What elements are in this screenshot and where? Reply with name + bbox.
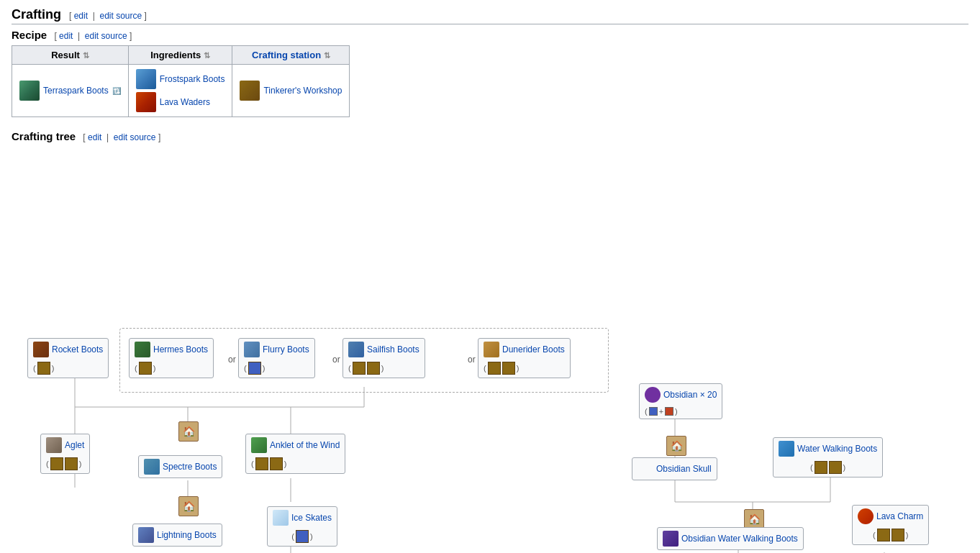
crafting-title: Crafting [ edit | edit source ] bbox=[12, 7, 968, 24]
rocket-boots-link[interactable]: Rocket Boots bbox=[52, 344, 103, 355]
water-walking-icon bbox=[779, 441, 794, 457]
aglet-link[interactable]: Aglet bbox=[65, 440, 84, 450]
anklet-node[interactable]: Anklet of the Wind ( ) bbox=[245, 434, 345, 474]
ice-skates-icon bbox=[273, 510, 289, 526]
obww-station: 🏠 bbox=[744, 509, 764, 529]
sailfish-stn2-icon bbox=[367, 362, 380, 375]
flurry-icon bbox=[244, 342, 260, 357]
sailfish-icon bbox=[348, 342, 364, 357]
rocket-icon bbox=[33, 342, 49, 357]
lightning-icon bbox=[138, 527, 154, 543]
flurry-stn-icon bbox=[248, 362, 261, 375]
anklet-icon bbox=[251, 437, 267, 453]
crafting-edit-link[interactable]: edit bbox=[74, 11, 88, 21]
recipe-edit-link[interactable]: edit bbox=[59, 31, 73, 41]
station-cell: Tinkerer's Workshop bbox=[232, 65, 350, 117]
tree-container: Rocket Boots () Hermes Boots () or Flurr… bbox=[12, 150, 968, 553]
frostspark-ingredient-icon bbox=[136, 69, 156, 89]
dunerider-icon bbox=[484, 342, 499, 357]
lightning-boots-link[interactable]: Lightning Boots bbox=[157, 530, 217, 540]
crafting-editsource-link[interactable]: edit source bbox=[100, 11, 142, 21]
obsidian-icon bbox=[645, 387, 661, 403]
col-result: Result ⇅ bbox=[12, 46, 129, 65]
ice-skates-link[interactable]: Ice Skates bbox=[291, 513, 332, 523]
tinkerer-icon bbox=[240, 81, 260, 101]
or-label-2: or bbox=[332, 355, 340, 365]
spectre-icon bbox=[144, 459, 160, 475]
lavawaders-ingredient-link[interactable]: Lava Waders bbox=[160, 97, 210, 107]
or-label-1: or bbox=[228, 355, 236, 365]
lightning-boots-node[interactable]: Lightning Boots bbox=[132, 524, 222, 547]
water-walking-node[interactable]: Water Walking Boots ( ) bbox=[773, 437, 883, 477]
crafting-edit-links: [ edit | edit source ] bbox=[69, 11, 147, 21]
hermes-stn-icon bbox=[139, 362, 152, 375]
terraspark-link[interactable]: Terraspark Boots bbox=[43, 86, 109, 96]
ww-stn1-icon bbox=[815, 461, 827, 474]
flurry-boots-node[interactable]: Flurry Boots () bbox=[238, 338, 315, 378]
tree-edit-links: [ edit | edit source ] bbox=[83, 132, 160, 142]
aglet-node[interactable]: Aglet ( ) bbox=[40, 434, 90, 474]
recipe-editsource-link[interactable]: edit source bbox=[85, 31, 127, 41]
recipe-edit-links: [ edit | edit source ] bbox=[54, 31, 132, 41]
water-walking-link[interactable]: Water Walking Boots bbox=[797, 444, 877, 454]
blue-sq bbox=[649, 407, 658, 416]
tinkerer-link[interactable]: Tinkerer's Workshop bbox=[263, 86, 342, 96]
hermes-icon bbox=[135, 342, 150, 357]
obsidian-skull-link[interactable]: Obsidian Skull bbox=[656, 464, 712, 474]
rocket-stn-icon bbox=[37, 362, 50, 375]
dunerider-boots-link[interactable]: Dunerider Boots bbox=[502, 344, 565, 355]
station-1: 🏠 bbox=[178, 421, 199, 442]
lava-charm-link[interactable]: Lava Charm bbox=[876, 511, 923, 521]
tree-edit-link[interactable]: edit bbox=[88, 132, 101, 142]
aglet-stn1-icon bbox=[50, 457, 63, 470]
ice-skates-node[interactable]: Ice Skates () bbox=[267, 506, 337, 547]
recipe-title: Recipe [ edit | edit source ] bbox=[12, 29, 968, 41]
ob-water-link[interactable]: Obsidian Water Walking Boots bbox=[681, 534, 798, 544]
ob-skull-icon bbox=[638, 461, 653, 477]
sailfish-boots-link[interactable]: Sailfish Boots bbox=[367, 344, 419, 355]
aglet-stn2-icon bbox=[65, 457, 78, 470]
sailfish-boots-node[interactable]: Sailfish Boots ( ) bbox=[342, 338, 425, 378]
spectre-boots-node[interactable]: Spectre Boots bbox=[138, 455, 222, 478]
terraspark-icon bbox=[19, 81, 40, 101]
lc-stn2-icon bbox=[891, 529, 904, 541]
col-ingredients: Ingredients ⇅ bbox=[128, 46, 232, 65]
tree-editsource-link[interactable]: edit source bbox=[114, 132, 156, 142]
lava-charm-node[interactable]: Lava Charm ( ) bbox=[852, 505, 929, 545]
hermes-boots-link[interactable]: Hermes Boots bbox=[153, 344, 208, 355]
spectre-boots-link[interactable]: Spectre Boots bbox=[163, 462, 217, 472]
col-station: Crafting station ⇅ bbox=[232, 46, 350, 65]
flurry-boots-link[interactable]: Flurry Boots bbox=[263, 344, 309, 355]
obsidian-label: Obsidian × 20 bbox=[663, 390, 717, 400]
obsidian-node[interactable]: Obsidian × 20 ( + ) bbox=[639, 383, 722, 419]
dunerider-stn2-icon bbox=[502, 362, 515, 375]
ingredients-cell: Frostspark Boots Lava Waders bbox=[128, 65, 232, 117]
recipe-section: Recipe [ edit | edit source ] Result ⇅ I… bbox=[12, 29, 968, 117]
tree-title: Crafting tree [ edit | edit source ] bbox=[12, 130, 968, 142]
dunerider-boots-node[interactable]: Dunerider Boots ( ) bbox=[478, 338, 571, 378]
anklet-stn1-icon bbox=[255, 457, 268, 470]
lc-stn1-icon bbox=[877, 529, 890, 541]
result-cell: Terraspark Boots 🔃 bbox=[12, 65, 129, 117]
aglet-icon bbox=[46, 437, 62, 453]
hermes-boots-node[interactable]: Hermes Boots () bbox=[129, 338, 214, 378]
lava-charm-icon bbox=[858, 508, 874, 524]
ww-stn2-icon bbox=[829, 461, 842, 474]
recipe-table: Result ⇅ Ingredients ⇅ Crafting station … bbox=[12, 45, 350, 117]
frostspark-ingredient-link[interactable]: Frostspark Boots bbox=[160, 74, 225, 84]
or-label-3: or bbox=[468, 355, 476, 365]
sailfish-stn1-icon bbox=[353, 362, 366, 375]
anklet-link[interactable]: Anklet of the Wind bbox=[270, 440, 340, 450]
obsidian-skull-node[interactable]: Obsidian Skull bbox=[632, 457, 717, 480]
tree-section: Crafting tree [ edit | edit source ] bbox=[12, 130, 968, 553]
lightning-station: 🏠 bbox=[178, 496, 199, 516]
is-stn-icon bbox=[296, 530, 309, 543]
rocket-boots-node[interactable]: Rocket Boots () bbox=[27, 338, 109, 378]
lavawaders-ingredient-icon bbox=[136, 92, 156, 112]
obsidian-station: 🏠 bbox=[666, 436, 686, 456]
ob-water-icon bbox=[663, 531, 679, 547]
anklet-stn2-icon bbox=[270, 457, 283, 470]
dunerider-stn1-icon bbox=[488, 362, 501, 375]
red-sq bbox=[665, 407, 673, 416]
ob-water-node[interactable]: Obsidian Water Walking Boots bbox=[657, 527, 804, 550]
